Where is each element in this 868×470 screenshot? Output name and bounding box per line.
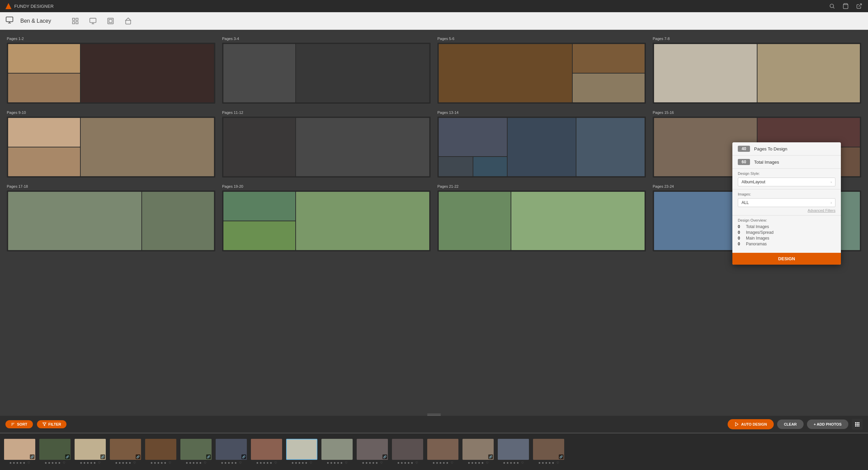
subbar: Ben & Lacey: [0, 12, 868, 30]
film-thumb[interactable]: [427, 439, 458, 460]
grid-view-button[interactable]: [852, 419, 863, 430]
film-thumb[interactable]: [251, 439, 282, 460]
images-filter-select[interactable]: ALL ›: [738, 198, 835, 207]
film-item[interactable]: 🔗 ★★★★★ ♡: [108, 439, 142, 465]
film-thumb[interactable]: 🔗: [357, 439, 388, 460]
design-style-title: Design Style:: [738, 171, 835, 176]
stars-row: ★★★★★ ♡: [397, 461, 418, 465]
popup-images-row: 60 Total Images: [732, 156, 841, 169]
clear-button[interactable]: CLEAR: [777, 420, 804, 429]
film-item[interactable]: ★★★★★ ♡: [285, 439, 319, 465]
svg-rect-8: [76, 18, 78, 20]
cart-icon[interactable]: [842, 3, 849, 9]
film-item[interactable]: 🔗 ★★★★★ ♡: [214, 439, 248, 465]
stars-row: ★★★★★ ♡: [9, 461, 30, 465]
svg-rect-24: [855, 424, 856, 425]
film-item[interactable]: 🔗 ★★★★★ ♡: [3, 439, 37, 465]
film-thumb[interactable]: 🔗: [110, 439, 141, 460]
images-label: Total Images: [754, 160, 779, 165]
stars-row: ★★★★★ ♡: [503, 461, 524, 465]
spread-container[interactable]: [222, 190, 431, 251]
spread-label: Pages 1-2: [7, 37, 215, 41]
layout-icon[interactable]: [72, 17, 79, 25]
stars-row: ★★★★★ ♡: [432, 461, 453, 465]
spread-group: Pages 3-4: [222, 37, 431, 104]
film-item[interactable]: ★★★★★ ♡: [320, 439, 354, 465]
design-button[interactable]: DESIGN: [732, 253, 841, 265]
spread-container[interactable]: [222, 117, 431, 178]
design-popup: 40 Pages To Design 60 Total Images Desig…: [732, 142, 841, 265]
filter-button[interactable]: FILTER: [37, 420, 67, 428]
link-icon: 🔗: [241, 454, 246, 459]
link-icon: 🔗: [488, 454, 493, 459]
link-icon: 🔗: [559, 454, 564, 459]
design-style-select[interactable]: AlbumLayout ›: [738, 178, 835, 186]
film-item[interactable]: 🔗 ★★★★★ ♡: [73, 439, 107, 465]
film-thumb[interactable]: 🔗: [39, 439, 71, 460]
spread-container[interactable]: [437, 190, 646, 251]
spread-label: Pages 19-20: [222, 184, 431, 188]
film-thumb[interactable]: 🔗: [4, 439, 35, 460]
film-thumb[interactable]: [498, 439, 529, 460]
images-badge: 60: [738, 159, 750, 165]
film-item[interactable]: 🔗 ★★★★★ ♡: [179, 439, 213, 465]
stars-row: ★★★★★ ♡: [362, 461, 383, 465]
film-item[interactable]: ★★★★★ ♡: [496, 439, 530, 465]
monitor-icon[interactable]: [89, 17, 97, 25]
spread-container[interactable]: [437, 117, 646, 178]
spread-container[interactable]: [222, 43, 431, 104]
advanced-filters-link[interactable]: Advanced Filters: [738, 208, 835, 212]
film-item[interactable]: ★★★★★ ♡: [250, 439, 283, 465]
svg-rect-29: [858, 425, 859, 426]
film-item[interactable]: ★★★★★ ♡: [144, 439, 178, 465]
stars-row: ★★★★★ ♡: [291, 461, 312, 465]
spread-label: Pages 15-16: [653, 110, 861, 115]
spread-container[interactable]: [437, 43, 646, 104]
add-photos-button[interactable]: + ADD PHOTOS: [807, 420, 848, 429]
spread-group: Pages 9-10: [7, 110, 215, 178]
sort-button[interactable]: SORT: [5, 420, 33, 428]
chevron-right-icon: ›: [831, 201, 832, 205]
film-thumb[interactable]: 🔗: [462, 439, 494, 460]
film-thumb[interactable]: 🔗: [533, 439, 564, 460]
spread-group: Pages 11-12: [222, 110, 431, 178]
images-section: Images: ALL › Advanced Filters: [732, 189, 841, 216]
spread-container[interactable]: [7, 190, 215, 251]
filmstrip: 🔗 ★★★★★ ♡ 🔗 ★★★★★ ♡ 🔗 ★★★★★ ♡ 🔗 ★★★★★ ♡: [0, 433, 868, 470]
stars-row: ★★★★★ ♡: [468, 461, 489, 465]
spread-container[interactable]: [653, 43, 861, 104]
export-icon[interactable]: [856, 3, 863, 9]
bottom-right-btns: AUTO DESIGN CLEAR + ADD PHOTOS: [728, 419, 863, 430]
project-title: Ben & Lacey: [20, 18, 51, 24]
spread-label: Pages 13-14: [437, 110, 646, 115]
bucket-icon[interactable]: [124, 17, 132, 25]
film-item[interactable]: 🔗 ★★★★★ ♡: [38, 439, 72, 465]
design-style-row: AlbumLayout ›: [738, 178, 835, 186]
svg-rect-28: [857, 425, 858, 426]
film-item[interactable]: 🔗 ★★★★★ ♡: [532, 439, 566, 465]
project-icon: [5, 16, 14, 26]
film-thumb[interactable]: [321, 439, 353, 460]
film-item[interactable]: 🔗 ★★★★★ ♡: [355, 439, 389, 465]
stars-row: ★★★★★ ♡: [80, 461, 101, 465]
film-thumb[interactable]: 🔗: [75, 439, 106, 460]
film-item[interactable]: ★★★★★ ♡: [426, 439, 460, 465]
svg-point-0: [830, 4, 834, 8]
film-thumb[interactable]: [145, 439, 176, 460]
spread-container[interactable]: [7, 43, 215, 104]
auto-design-button[interactable]: AUTO DESIGN: [728, 419, 774, 429]
spread-container[interactable]: [7, 117, 215, 178]
svg-rect-9: [72, 21, 74, 23]
film-thumb-selected[interactable]: [286, 439, 317, 460]
search-icon[interactable]: [829, 3, 835, 9]
film-thumb[interactable]: 🔗: [180, 439, 212, 460]
frame-icon[interactable]: [107, 17, 114, 25]
film-thumb[interactable]: [392, 439, 423, 460]
fundy-logo-icon: [5, 3, 12, 9]
link-icon: 🔗: [382, 454, 387, 459]
popup-pages-row: 40 Pages To Design: [732, 142, 841, 156]
film-item[interactable]: ★★★★★ ♡: [391, 439, 425, 465]
pages-label: Pages To Design: [754, 146, 787, 151]
film-item[interactable]: 🔗 ★★★★★ ♡: [461, 439, 495, 465]
film-thumb[interactable]: 🔗: [216, 439, 247, 460]
